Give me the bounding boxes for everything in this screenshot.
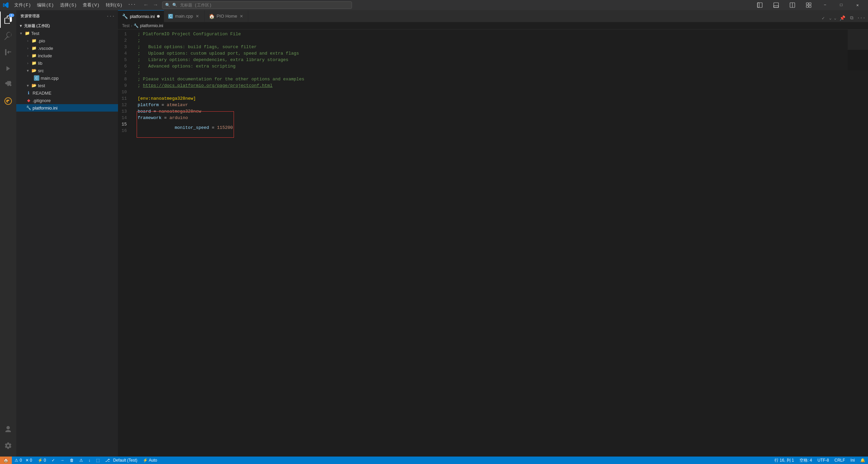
- nav-forward[interactable]: →: [151, 1, 159, 9]
- breadcrumb-test[interactable]: Test: [122, 23, 130, 28]
- status-warn-icon: ⚡ 0: [38, 458, 46, 463]
- status-arrow[interactable]: →: [58, 457, 67, 464]
- titlebar: 文件(F) 编辑(E) 选择(S) 查看(V) 转到(G) ··· ← → 🔍 …: [0, 0, 868, 10]
- activity-settings[interactable]: [0, 438, 16, 454]
- menu-more[interactable]: ···: [126, 1, 138, 9]
- window-panel-toggle[interactable]: [768, 0, 784, 10]
- vscode-icon: [3, 2, 9, 8]
- status-check[interactable]: ✓: [49, 457, 58, 464]
- svg-rect-0: [757, 3, 759, 7]
- tab-main-cpp[interactable]: C main.cpp ✕: [164, 10, 205, 22]
- ln-1: 1: [118, 31, 131, 37]
- tab-cpp-close[interactable]: ✕: [195, 13, 200, 19]
- status-spaces[interactable]: 空格: 4: [797, 457, 815, 464]
- status-lang[interactable]: Ini: [848, 457, 857, 464]
- menu-goto[interactable]: 转到(G): [103, 1, 125, 9]
- window-editor-toggle[interactable]: [785, 0, 800, 10]
- activity-explorer[interactable]: 1: [0, 12, 16, 28]
- status-encoding[interactable]: UTF-8: [815, 457, 832, 464]
- tab-action-more[interactable]: ⌄ ⌄: [829, 14, 837, 22]
- tab-action-split[interactable]: ⧉: [848, 14, 856, 22]
- code-line-2: ;: [138, 37, 868, 44]
- file-gitignore[interactable]: ◆ .gitignore: [16, 97, 118, 104]
- window-sidebar-toggle[interactable]: [752, 0, 768, 10]
- folder-test[interactable]: ▼ 📁 Test: [16, 30, 118, 37]
- window-restore[interactable]: □: [833, 0, 849, 10]
- file-platformio-ini[interactable]: 🔧 platformio.ini: [16, 104, 118, 112]
- titlebar-nav: ← →: [142, 1, 159, 9]
- sidebar-actions: ···: [107, 13, 114, 20]
- tab-action-check[interactable]: ✓: [819, 14, 827, 22]
- status-warn2[interactable]: ⚠: [77, 457, 86, 464]
- code-line-14: framework = arduino: [138, 115, 868, 121]
- search-icon: 🔍: [165, 3, 170, 8]
- menu-edit[interactable]: 编辑(E): [34, 1, 56, 9]
- ln-6: 6: [118, 63, 131, 70]
- line-1-comment: ; PlatformIO Project Configuration File: [138, 31, 241, 37]
- ln-11: 11: [118, 95, 131, 102]
- activity-source-control[interactable]: [0, 44, 16, 60]
- status-auto[interactable]: ⚡ Auto: [140, 457, 160, 464]
- folder-vscode[interactable]: › 📁 .vscode: [16, 44, 118, 52]
- tab-pio-home[interactable]: 🏠 PIO Home ✕: [205, 10, 249, 22]
- status-down[interactable]: ↓: [86, 457, 93, 464]
- activity-search[interactable]: [0, 28, 16, 44]
- status-box[interactable]: ⬚: [93, 457, 102, 464]
- folder-lib[interactable]: › 📁 lib: [16, 59, 118, 67]
- status-trash[interactable]: 🗑: [67, 457, 77, 464]
- folder-lib-arrow: ›: [26, 61, 30, 65]
- tab-platformio-ini[interactable]: 🔧 platformio.ini: [118, 10, 164, 22]
- status-branch[interactable]: ⎇ Default (Test): [102, 457, 140, 464]
- file-readme-label: README: [33, 91, 52, 96]
- window-minimize[interactable]: −: [817, 0, 833, 10]
- status-bell[interactable]: 🔔: [857, 457, 868, 464]
- svg-rect-8: [806, 5, 808, 7]
- file-readme[interactable]: ℹ README: [16, 89, 118, 97]
- status-warnings[interactable]: ⚡ 0: [35, 457, 49, 464]
- code-lines[interactable]: ; PlatformIO Project Configuration File …: [135, 30, 868, 457]
- window-layout[interactable]: [801, 0, 816, 10]
- tab-action-overflow[interactable]: ···: [857, 14, 865, 22]
- line-12-equals: =: [159, 102, 166, 108]
- activity-pio[interactable]: [0, 93, 16, 109]
- titlebar-search[interactable]: 🔍 🔍 无标题 (工作区): [162, 1, 352, 9]
- status-position[interactable]: 行 16, 列 1: [772, 457, 796, 464]
- folder-pio[interactable]: › 📁 .pio: [16, 37, 118, 44]
- sidebar-action-more[interactable]: ···: [107, 13, 114, 20]
- folder-test-sub-icon: 📂: [31, 83, 37, 88]
- line-2-comment: ;: [138, 37, 140, 44]
- activity-account[interactable]: [0, 421, 16, 438]
- svg-rect-9: [809, 5, 811, 7]
- nav-back[interactable]: ←: [142, 1, 150, 9]
- workspace-section-header[interactable]: ▼ 无标题 (工作区): [16, 22, 118, 30]
- tab-cpp-icon: C: [168, 14, 173, 19]
- status-error-count: 0 ✕ 0: [20, 458, 32, 463]
- tab-action-pin[interactable]: 📌: [838, 14, 846, 22]
- status-eol[interactable]: CRLF: [832, 457, 848, 464]
- breadcrumb-ini[interactable]: platformio.ini: [140, 23, 163, 28]
- folder-src[interactable]: ▼ 📂 src: [16, 67, 118, 74]
- window-close[interactable]: ✕: [850, 0, 865, 10]
- status-pio-home[interactable]: 🏠: [0, 457, 12, 464]
- status-errors[interactable]: ⚠ 0 ✕ 0: [12, 457, 35, 464]
- line-9-link[interactable]: https://docs.platformio.org/page/project…: [143, 82, 273, 89]
- breadcrumb-ini-icon: 🔧: [134, 23, 139, 28]
- code-line-8: ; Please visit documentation for the oth…: [138, 76, 868, 82]
- folder-lib-icon: 📁: [31, 60, 37, 66]
- file-main-cpp[interactable]: C main.cpp: [16, 74, 118, 82]
- folder-vscode-icon: 📁: [31, 45, 37, 51]
- folder-include-label: include: [38, 53, 52, 58]
- file-readme-icon: ℹ: [26, 90, 31, 96]
- activity-run[interactable]: [0, 60, 16, 77]
- menu-file[interactable]: 文件(F): [12, 1, 34, 9]
- folder-test-sub[interactable]: ▼ 📂 test: [16, 82, 118, 89]
- tab-pio-close[interactable]: ✕: [239, 13, 244, 19]
- menu-view[interactable]: 查看(V): [80, 1, 102, 9]
- menu-select[interactable]: 选择(S): [57, 1, 79, 9]
- activity-extensions[interactable]: [0, 77, 16, 93]
- folder-test-label: Test: [31, 31, 39, 36]
- code-editor[interactable]: 1 2 3 4 5 6 7 8 9 10 11 12 13 14 15 16: [118, 30, 868, 457]
- activity-bar: 1: [0, 10, 16, 457]
- breadcrumb: Test › 🔧 platformio.ini: [118, 22, 868, 30]
- folder-include[interactable]: › 📁 include: [16, 52, 118, 59]
